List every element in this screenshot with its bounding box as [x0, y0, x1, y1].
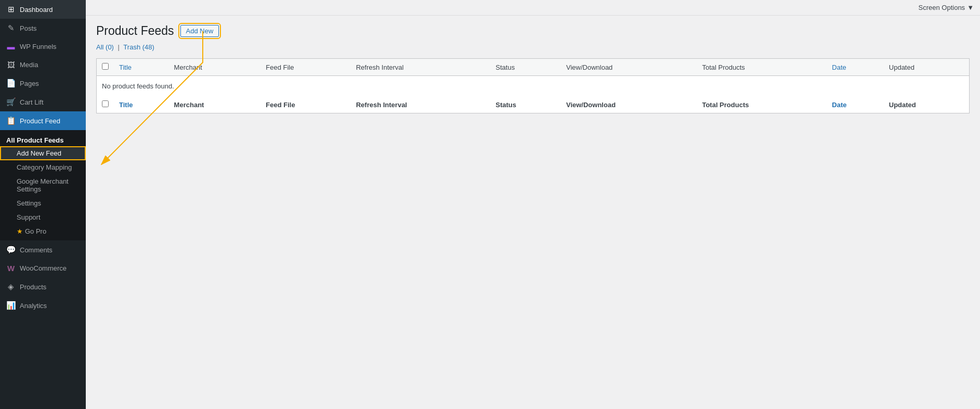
- screen-options-button[interactable]: Screen Options ▼: [919, 4, 974, 11]
- woocommerce-icon: W: [6, 264, 16, 273]
- products-icon: ◈: [6, 282, 16, 291]
- table-footer-row: Title Merchant Feed File Refresh Interva…: [97, 96, 970, 113]
- sidebar-label-pages: Pages: [20, 80, 39, 87]
- topbar: Screen Options ▼: [86, 0, 980, 16]
- th-title: Title: [114, 59, 169, 76]
- submenu-item-go-pro[interactable]: ★ Go Pro: [0, 224, 86, 238]
- tfoot-updated: Updated: [884, 96, 970, 113]
- analytics-icon: 📊: [6, 301, 16, 310]
- pages-icon: 📄: [6, 79, 16, 88]
- tfoot-checkbox: [97, 96, 114, 113]
- tfoot-title: Title: [114, 96, 169, 113]
- page-title: Product Feeds: [96, 24, 174, 38]
- filter-separator: |: [118, 43, 120, 51]
- sidebar-item-product-feed[interactable]: 📋 Product Feed: [0, 111, 86, 130]
- submenu-section-title: All Product Feeds: [0, 132, 86, 146]
- submenu-item-google-merchant-settings[interactable]: Google Merchant Settings: [0, 174, 86, 196]
- product-feed-icon: 📋: [6, 116, 16, 125]
- select-all-checkbox[interactable]: [102, 63, 109, 70]
- sidebar-label-wp-funnels: WP Funnels: [20, 43, 57, 50]
- sidebar-item-comments[interactable]: 💬 Comments: [0, 240, 86, 259]
- tfoot-refresh-interval: Refresh Interval: [351, 96, 491, 113]
- sidebar-item-dashboard[interactable]: ⊞ Dashboard: [0, 0, 86, 19]
- comments-icon: 💬: [6, 245, 16, 254]
- sidebar-item-analytics[interactable]: 📊 Analytics: [0, 296, 86, 315]
- screen-options-label: Screen Options: [919, 4, 965, 11]
- sidebar-item-media[interactable]: 🖼 Media: [0, 56, 86, 74]
- filter-trash[interactable]: Trash (48): [123, 43, 154, 51]
- filter-all[interactable]: All (0): [96, 43, 114, 51]
- sidebar-label-product-feed: Product Feed: [20, 117, 60, 125]
- sidebar-item-cart-lift[interactable]: 🛒 Cart Lift: [0, 93, 86, 111]
- select-all-checkbox-footer[interactable]: [102, 100, 109, 107]
- product-feeds-table: Title Merchant Feed File Refresh Interva…: [96, 58, 970, 113]
- cart-lift-icon: 🛒: [6, 97, 16, 107]
- th-feed-file: Feed File: [260, 59, 350, 76]
- table-header-row: Title Merchant Feed File Refresh Interva…: [97, 59, 970, 76]
- sidebar-label-analytics: Analytics: [20, 302, 47, 310]
- sidebar-label-media: Media: [20, 61, 38, 69]
- th-checkbox: [97, 59, 114, 76]
- th-status: Status: [490, 59, 561, 76]
- product-feed-submenu: All Product Feeds Add New Feed Category …: [0, 130, 86, 240]
- tfoot-merchant: Merchant: [169, 96, 261, 113]
- submenu-item-category-mapping[interactable]: Category Mapping: [0, 160, 86, 174]
- submenu-item-settings[interactable]: Settings: [0, 196, 86, 210]
- submenu-item-add-new-feed[interactable]: Add New Feed: [0, 146, 86, 160]
- filter-links: All (0) | Trash (48): [96, 43, 970, 51]
- th-updated: Updated: [884, 59, 970, 76]
- th-merchant: Merchant: [169, 59, 261, 76]
- sidebar: ⊞ Dashboard ✎ Posts ▬ WP Funnels 🖼 Media…: [0, 0, 86, 409]
- sidebar-item-posts[interactable]: ✎ Posts: [0, 19, 86, 37]
- tfoot-view-download: View/Download: [561, 96, 697, 113]
- media-icon: 🖼: [6, 60, 16, 69]
- sidebar-label-dashboard: Dashboard: [20, 6, 53, 14]
- sidebar-label-woocommerce: WooCommerce: [20, 264, 67, 272]
- sidebar-label-posts: Posts: [20, 24, 37, 32]
- sidebar-item-woocommerce[interactable]: W WooCommerce: [0, 259, 86, 277]
- sidebar-label-cart-lift: Cart Lift: [20, 98, 44, 106]
- th-date: Date: [827, 59, 883, 76]
- th-total-products: Total Products: [697, 59, 827, 76]
- th-refresh-interval: Refresh Interval: [351, 59, 491, 76]
- page-content: Product Feeds Add New All (0) | Trash (4…: [86, 16, 980, 409]
- tfoot-date: Date: [827, 96, 883, 113]
- dashboard-icon: ⊞: [6, 5, 16, 14]
- page-header: Product Feeds Add New: [96, 24, 970, 38]
- sidebar-item-wp-funnels[interactable]: ▬ WP Funnels: [0, 37, 86, 56]
- submenu-item-support[interactable]: Support: [0, 210, 86, 224]
- sidebar-label-comments: Comments: [20, 246, 53, 254]
- table-empty-row: No product feeds found.: [97, 76, 970, 97]
- th-view-download: View/Download: [561, 59, 697, 76]
- tfoot-feed-file: Feed File: [260, 96, 350, 113]
- sidebar-label-products: Products: [20, 283, 46, 291]
- add-new-button[interactable]: Add New: [180, 25, 219, 37]
- tfoot-total-products: Total Products: [697, 96, 827, 113]
- wp-funnels-icon: ▬: [6, 42, 16, 51]
- dropdown-icon: ▼: [967, 4, 974, 11]
- posts-icon: ✎: [6, 23, 16, 33]
- sidebar-item-pages[interactable]: 📄 Pages: [0, 74, 86, 93]
- main-content: Screen Options ▼ Product Feeds Add New A…: [86, 0, 980, 409]
- empty-message: No product feeds found.: [97, 76, 970, 97]
- sidebar-item-products[interactable]: ◈ Products: [0, 277, 86, 296]
- tfoot-status: Status: [490, 96, 561, 113]
